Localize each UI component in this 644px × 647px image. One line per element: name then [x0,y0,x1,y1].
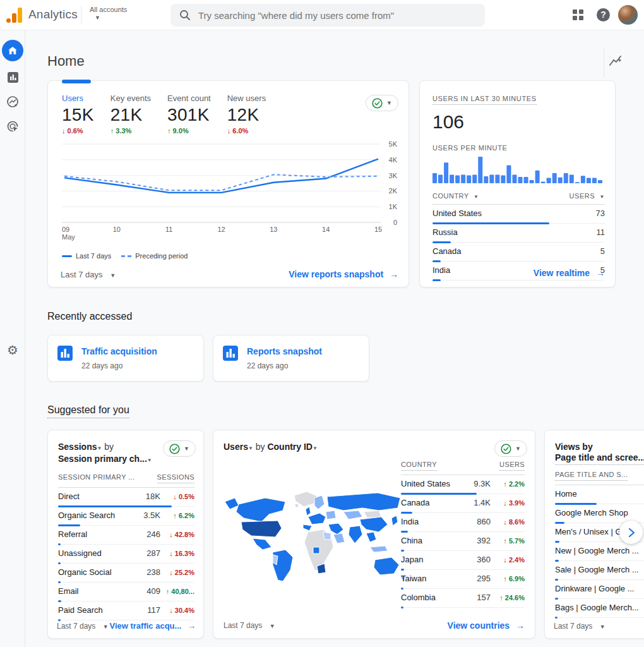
session-channel-row[interactable]: Referral246↓ 42.8% [58,526,194,545]
date-range-selector[interactable]: Last 7 days ▼ [224,621,275,630]
recent-item-time: 22 days ago [81,361,157,370]
sidebar-item-advertising[interactable] [1,115,24,138]
sidebar-item-home[interactable] [1,39,24,62]
carousel-next-button[interactable] [619,521,643,544]
y-tick-label: 2K [389,187,397,195]
metric-value: 15K [62,105,94,125]
row-delta: ↓ 16.3% [160,550,194,557]
chevron-down-icon: ▼ [97,445,102,451]
legend-item: Preceding period [121,252,188,260]
link-label: View realtime [534,268,590,278]
row-value: 392 [464,536,491,545]
session-channel-row[interactable]: Unassigned287↓ 16.3% [58,545,194,564]
date-range-selector[interactable]: Last 7 days ▼ [57,622,109,631]
country-row[interactable]: United States9.3K↑ 2.2% [401,475,525,494]
realtime-country-row[interactable]: Russia11 [432,224,605,243]
realtime-country-row[interactable]: United States73 [432,205,605,224]
help-icon[interactable]: ? [597,8,610,21]
sidebar-item-admin[interactable]: ⚙ [1,339,24,361]
search-input[interactable] [198,10,463,21]
realtime-country-row[interactable]: Canada5 [432,243,605,262]
user-avatar[interactable] [618,5,638,25]
report-icon [222,345,239,361]
topbar-divider [81,6,81,25]
country-row[interactable]: Canada1.4K↓ 3.9% [401,494,525,513]
row-label: Japan [401,555,464,564]
page-title-row[interactable]: New | Google Merch ... [555,542,644,561]
country-column-header[interactable]: COUNTRY [401,461,437,471]
row-label: United States [401,479,464,488]
session-channel-row[interactable]: Paid Search117↓ 30.4% [58,602,194,620]
by-label: by [256,442,265,452]
metric-name: Sessions [58,442,97,452]
view-traffic-acquisition-link[interactable]: View traffic acqu... → [109,621,196,631]
row-value: 18K [134,492,160,501]
chevron-down-icon: ▼ [386,100,392,106]
metric-status-selector[interactable]: ▼ [494,440,527,457]
recent-card-traffic-acquisition[interactable]: Traffic acquisition 22 days ago [47,335,204,382]
logo-dot [6,18,11,23]
dimension-column-header[interactable]: SESSION PRIMARY ... [58,473,135,483]
row-bar [401,512,412,514]
row-value: 360 [464,555,491,564]
page-title-column-header[interactable]: PAGE TITLE AND S... [555,471,628,481]
date-range-selector[interactable]: Last 7 days ▼ [61,270,116,279]
row-value: 117 [134,605,160,615]
sidebar-item-explore[interactable] [1,90,24,113]
metric-status-selector[interactable]: ▼ [366,95,398,111]
row-delta: ↑ 40,80... [160,588,194,595]
date-range-selector[interactable]: Last 7 days ▼ [554,622,605,631]
row-delta: ↓ 25.2% [160,569,194,576]
users-column-header[interactable]: USERS ▼ [569,192,605,200]
page-title-row[interactable]: Drinkware | Google ... [555,580,644,599]
sessions-table-header: SESSION PRIMARY ... SESSIONS [58,473,194,488]
apps-grid-icon[interactable] [573,9,583,20]
page-title-row[interactable]: Home [555,485,644,504]
metric-status-selector[interactable]: ▼ [163,440,196,457]
row-bar [555,522,564,524]
insights-icon[interactable] [608,53,624,70]
session-channel-row[interactable]: Direct18K↓ 0.5% [58,488,194,507]
view-realtime-link[interactable]: View realtime → [534,268,605,278]
row-value: 860 [464,517,491,526]
search-icon [179,9,191,21]
analytics-logo-icon[interactable] [6,6,23,23]
sidebar-item-reports[interactable] [1,66,24,88]
chevron-down-icon: ▼ [270,623,275,629]
view-countries-link[interactable]: View countries → [448,620,525,631]
country-row[interactable]: Taiwan295↑ 6.9% [401,570,525,589]
metric-key-events[interactable]: Key events21K↑ 3.3% [110,94,151,135]
metric-label: Event count [167,94,211,103]
recent-card-reports-snapshot[interactable]: Reports snapshot 22 days ago [213,335,369,382]
page-title-row[interactable]: Bags | Google Merch... [555,599,644,618]
x-tick-label: 13 [270,226,277,233]
row-label: United States [432,209,578,218]
metric-event-count[interactable]: Event count301K↑ 9.0% [167,94,211,135]
country-row[interactable]: China392↑ 5.7% [401,532,525,551]
session-channel-row[interactable]: Organic Social238↓ 25.2% [58,564,194,583]
sort-caret-icon: ▼ [600,194,605,200]
y-tick-label: 4K [389,156,397,164]
realtime-users-value: 106 [432,111,605,133]
metric-column-header[interactable]: SESSIONS [157,473,194,483]
metric-new-users[interactable]: New users12K↓ 6.0% [227,94,266,135]
page-title-row[interactable]: Sale | Google Merch ... [555,561,644,580]
legend-item: Last 7 days [62,252,111,260]
row-bar [58,581,61,583]
map-card-title[interactable]: Users▼ by Country ID▼ [224,442,526,454]
search-bar[interactable] [170,4,485,27]
users-column-header[interactable]: USERS [499,461,525,471]
session-channel-row[interactable]: Email409↑ 40,80... [58,583,194,602]
left-nav-sidebar: ⚙ [0,30,25,647]
session-channel-row[interactable]: Organic Search3.5K↑ 6.2% [58,507,194,526]
metric-users[interactable]: Users15K↓ 0.6% [62,94,94,135]
country-row[interactable]: Japan360↓ 2.4% [401,551,525,570]
country-row[interactable]: Colombia157↑ 24.6% [401,589,525,608]
country-column-header[interactable]: COUNTRY ▼ [432,192,479,200]
header-divider [604,47,604,78]
account-selector[interactable]: All accounts ▼ [90,6,127,21]
country-row[interactable]: India860↓ 8.6% [401,513,525,532]
view-reports-snapshot-link[interactable]: View reports snapshot → [289,269,398,279]
views-card-title[interactable]: Views by Page title and scree... [555,442,644,463]
row-value: 409 [134,586,160,596]
